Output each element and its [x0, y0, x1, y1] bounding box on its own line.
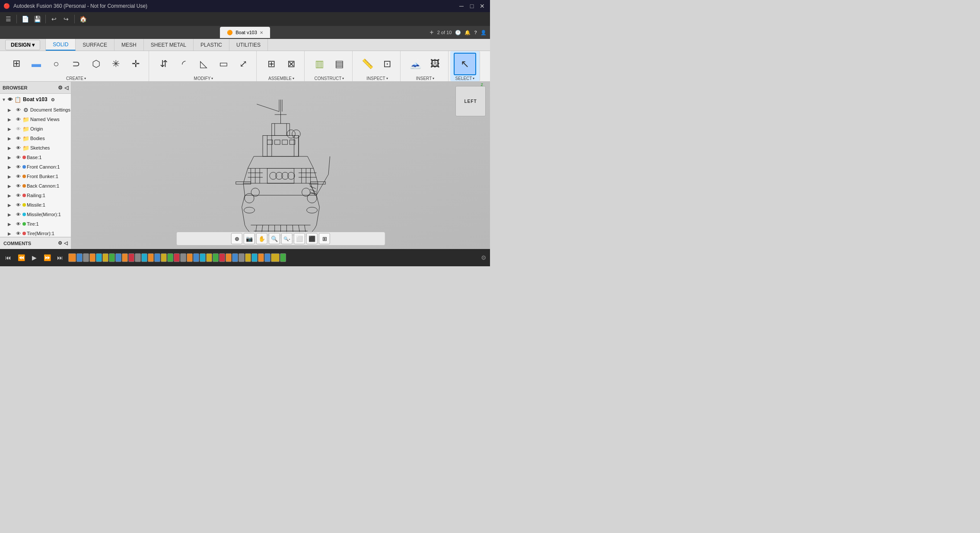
- construct-group-label[interactable]: CONSTRUCT ▾: [315, 76, 344, 81]
- extrude-btn[interactable]: ▬: [27, 53, 46, 75]
- section-btn[interactable]: ⊡: [378, 53, 397, 75]
- tl-item-13[interactable]: [148, 253, 154, 262]
- tree-item-front-cannon[interactable]: ▶ 👁 Front Cannon:1: [0, 162, 71, 172]
- tl-item-7[interactable]: [109, 253, 115, 262]
- tree-item-front-bunker[interactable]: ▶ 👁 Front Bunker:1: [0, 172, 71, 181]
- close-button[interactable]: ✕: [478, 2, 487, 10]
- root-collapse-icon[interactable]: ▼: [2, 97, 6, 102]
- tab-mesh[interactable]: MESH: [115, 39, 144, 51]
- user-button[interactable]: 👤: [480, 30, 487, 35]
- help-button[interactable]: ?: [474, 30, 477, 35]
- tl-item-15[interactable]: [161, 253, 167, 262]
- chamfer-btn[interactable]: ◺: [194, 53, 213, 75]
- tree-item-tire-mirror[interactable]: ▶ 👁 Tire(Mirror):1: [0, 229, 71, 237]
- select-group-label[interactable]: SELECT ▾: [455, 76, 475, 81]
- select-btn[interactable]: ↖: [454, 53, 476, 75]
- tl-item-16[interactable]: [167, 253, 173, 262]
- recent-button[interactable]: 🕐: [455, 30, 461, 35]
- undo-button[interactable]: ↩: [48, 13, 60, 25]
- display-mode-btn[interactable]: ⬜: [294, 233, 305, 244]
- tl-item-27[interactable]: [239, 253, 245, 262]
- tl-item-33[interactable]: [280, 253, 286, 262]
- assemble-btn1[interactable]: ⊞: [262, 53, 281, 75]
- document-tab[interactable]: 🟠 Boat v103 ✕: [220, 27, 270, 38]
- tab-sheet-metal[interactable]: SHEET METAL: [144, 39, 194, 51]
- measure-btn[interactable]: 📏: [358, 53, 377, 75]
- redo-button[interactable]: ↪: [60, 13, 72, 25]
- tree-item-doc-settings[interactable]: ▶ 👁 ⚙ Document Settings: [0, 105, 71, 115]
- combine-btn[interactable]: ✳: [106, 53, 125, 75]
- construct-btn2[interactable]: ▤: [330, 53, 349, 75]
- new-tab-button[interactable]: +: [430, 29, 433, 36]
- minimize-button[interactable]: ─: [457, 2, 466, 10]
- sweep-btn[interactable]: ⊃: [67, 53, 86, 75]
- timeline-next-btn[interactable]: ⏩: [42, 253, 52, 262]
- loft-btn[interactable]: ⬡: [86, 53, 105, 75]
- insert-svg-btn[interactable]: 🖼: [426, 53, 445, 75]
- timeline-prev-btn[interactable]: ⏪: [16, 253, 26, 262]
- tl-item-17[interactable]: [174, 253, 180, 262]
- press-pull-btn[interactable]: ⇵: [154, 53, 173, 75]
- tl-item-19[interactable]: [187, 253, 193, 262]
- grid-btn[interactable]: ⊞: [319, 233, 330, 244]
- camera-orient-btn[interactable]: ⊕: [231, 233, 242, 244]
- zoom-out-btn[interactable]: 🔍-: [281, 233, 293, 244]
- insert-group-label[interactable]: INSERT ▾: [416, 76, 435, 81]
- vis-icon-sketches[interactable]: 👁: [15, 145, 22, 150]
- tl-item-24[interactable]: [219, 253, 225, 262]
- vis-icon-named-views[interactable]: 👁: [15, 117, 22, 122]
- camera-view-btn[interactable]: 📷: [244, 233, 255, 244]
- cube-navigator[interactable]: LEFT Z: [455, 86, 486, 116]
- tree-item-bodies[interactable]: ▶ 👁 📁 Bodies: [0, 134, 71, 143]
- new-component-btn[interactable]: ⊞: [7, 53, 26, 75]
- maximize-button[interactable]: □: [468, 2, 476, 10]
- tl-item-28[interactable]: [245, 253, 251, 262]
- tl-item-22[interactable]: [206, 253, 212, 262]
- construct-btn1[interactable]: ▥: [310, 53, 329, 75]
- assemble-btn2[interactable]: ⊠: [282, 53, 301, 75]
- tl-item-25[interactable]: [226, 253, 232, 262]
- tl-item-30[interactable]: [258, 253, 264, 262]
- tl-item-4[interactable]: [89, 253, 95, 262]
- tree-item-railing[interactable]: ▶ 👁 Railing:1: [0, 191, 71, 200]
- browser-settings-icon[interactable]: ⚙: [58, 85, 63, 91]
- zoom-in-btn[interactable]: 🔍: [269, 233, 280, 244]
- browser-collapse-icon[interactable]: ◁: [64, 85, 68, 91]
- pan-btn[interactable]: ✋: [256, 233, 267, 244]
- vis-icon-origin[interactable]: 👁: [15, 126, 22, 131]
- comments-collapse-icon[interactable]: ◁: [64, 240, 67, 246]
- tab-plastic[interactable]: PLASTIC: [194, 39, 229, 51]
- modify-group-label[interactable]: MODIFY ▾: [194, 76, 213, 81]
- move-btn[interactable]: ✛: [126, 53, 145, 75]
- tl-item-8[interactable]: [115, 253, 121, 262]
- tl-item-21[interactable]: [200, 253, 206, 262]
- tl-item-9[interactable]: [122, 253, 128, 262]
- save-button[interactable]: 💾: [32, 13, 43, 25]
- new-file-button[interactable]: 📄: [19, 13, 31, 25]
- fillet-btn[interactable]: ◜: [174, 53, 193, 75]
- root-vis-icon[interactable]: 👁: [8, 97, 13, 102]
- comments-bar[interactable]: COMMENTS ⚙ ◁: [0, 237, 71, 249]
- tl-item-20[interactable]: [193, 253, 199, 262]
- tab-solid[interactable]: SOLID: [46, 39, 76, 51]
- tl-item-14[interactable]: [154, 253, 160, 262]
- tl-item-29[interactable]: [251, 253, 258, 262]
- app-menu-button[interactable]: ☰: [3, 13, 14, 25]
- tl-item-6[interactable]: [102, 253, 108, 262]
- vis-icon-bodies[interactable]: 👁: [15, 136, 22, 141]
- shell-btn[interactable]: ▭: [214, 53, 233, 75]
- tab-utilities[interactable]: UTILITIES: [229, 39, 268, 51]
- vis-icon-doc-settings[interactable]: 👁: [15, 107, 22, 112]
- tl-item-10[interactable]: [128, 253, 134, 262]
- visual-style-btn[interactable]: ⬛: [306, 233, 318, 244]
- tree-item-tire[interactable]: ▶ 👁 Tire:1: [0, 219, 71, 229]
- tree-item-origin[interactable]: ▶ 👁 📁 Origin: [0, 124, 71, 134]
- design-workspace-button[interactable]: DESIGN ▾: [5, 40, 40, 50]
- assemble-group-label[interactable]: ASSEMBLE ▾: [268, 76, 294, 81]
- tab-surface[interactable]: SURFACE: [76, 39, 115, 51]
- tree-item-named-views[interactable]: ▶ 👁 📁 Named Views: [0, 115, 71, 124]
- tl-item-26[interactable]: [232, 253, 238, 262]
- tl-item-12[interactable]: [141, 253, 147, 262]
- home-button[interactable]: 🏠: [77, 13, 89, 25]
- tl-item-3[interactable]: [83, 253, 89, 262]
